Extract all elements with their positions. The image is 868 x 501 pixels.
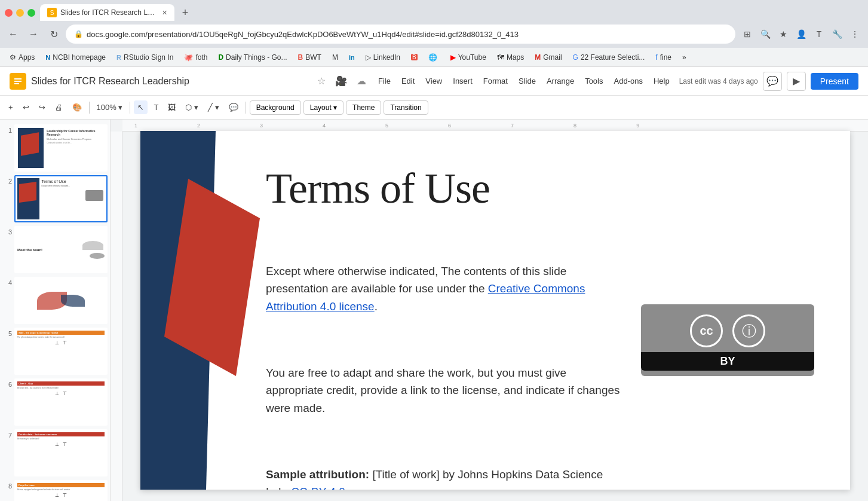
slide-title: Terms of Use <box>266 164 490 213</box>
present-button[interactable]: Present <box>811 73 858 90</box>
slide-num-6: 6 <box>2 378 12 388</box>
profile-icon[interactable]: 👤 <box>793 26 809 42</box>
slide-thumb-7[interactable]: 7 Get the data... but some concerns Be h… <box>2 429 108 476</box>
bookmark-b2[interactable]: B <box>406 52 422 62</box>
slide-thumbnail-3[interactable]: Meet the team! <box>14 226 108 273</box>
daily-icon: D <box>218 53 223 62</box>
slide-thumbnail-5[interactable]: Safe - the super Leadership Toolkit The … <box>14 328 108 375</box>
slide-thumbnail-2[interactable]: Terms of Use Except where otherwise indi… <box>14 175 108 222</box>
active-tab[interactable]: S Slides for ITCR Research Lead... ✕ <box>40 4 174 21</box>
menu-file[interactable]: File <box>373 74 395 88</box>
slide-thumbnail-6[interactable]: Char it - Guy Be brave and... but could … <box>14 378 108 426</box>
minimize-button[interactable] <box>16 9 24 17</box>
menu-icon[interactable]: ⋮ <box>846 26 863 42</box>
slide-thumbnail-1[interactable]: Leadership for Cancer Informatics Resear… <box>14 124 108 172</box>
attribution-label: Sample attribution: <box>266 468 369 481</box>
text-tool[interactable]: T <box>150 100 162 114</box>
maximize-button[interactable] <box>27 9 35 17</box>
topeka-icon[interactable]: T <box>811 26 827 42</box>
theme-button[interactable]: Theme <box>346 100 381 115</box>
extensions-icon[interactable]: ⊞ <box>739 26 756 42</box>
svg-rect-1 <box>14 78 22 80</box>
slide-body-para2: You are free to adapt and share the work… <box>266 364 623 417</box>
toolbar: + ↩ ↪ 🖨 🎨 100% ▾ ↖ T 🖼 ⬡ ▾ ╱ ▾ 💬 Backgro… <box>0 96 868 120</box>
star-icon[interactable]: ☆ <box>317 75 326 87</box>
bookmark-m[interactable]: M <box>327 51 343 63</box>
slide-num-3: 3 <box>2 226 12 236</box>
menu-tools[interactable]: Tools <box>580 74 608 88</box>
undo-button[interactable]: ↩ <box>19 100 33 114</box>
add-slide-button[interactable]: + <box>5 100 17 114</box>
bookmark-ncbi[interactable]: N NCBI homepage <box>41 51 111 63</box>
menu-addons[interactable]: Add-ons <box>609 74 647 88</box>
bookmark-daily[interactable]: D Daily Things - Go... <box>213 51 292 63</box>
menu-format[interactable]: Format <box>479 74 513 88</box>
bookmark-icon[interactable]: ★ <box>775 26 792 42</box>
slide-thumb-2[interactable]: 2 Terms of Use Except where otherwise in… <box>2 175 108 222</box>
background-button[interactable]: Background <box>250 100 301 115</box>
paint-format-button[interactable]: 🎨 <box>69 100 85 114</box>
address-actions: ⊞ 🔍 ★ 👤 T 🔧 ⋮ <box>739 26 863 42</box>
more-bookmarks[interactable]: » <box>677 51 691 63</box>
bookmark-app[interactable]: ▷ LinkedIn <box>361 51 405 63</box>
app-header: Slides for ITCR Research Leadership ☆ 🎥 … <box>0 67 868 96</box>
forward-button[interactable]: → <box>25 26 42 42</box>
slide-thumb-6[interactable]: 6 Char it - Guy Be brave and... but coul… <box>2 378 108 426</box>
slide-thumb-5[interactable]: 5 Safe - the super Leadership Toolkit Th… <box>2 328 108 375</box>
menu-edit[interactable]: Edit <box>397 74 419 88</box>
bookmark-youtube[interactable]: ▶ YouTube <box>446 51 491 63</box>
separator2 <box>130 102 130 114</box>
bookmark-fine[interactable]: f fine <box>651 51 676 63</box>
tab-close-icon[interactable]: ✕ <box>162 9 167 17</box>
shape-tool[interactable]: ⬡ ▾ <box>182 100 202 114</box>
menu-slide[interactable]: Slide <box>514 74 541 88</box>
cloud-icon[interactable]: ☁ <box>357 75 366 87</box>
zoom-icon[interactable]: 🔍 <box>757 26 774 42</box>
menu-insert[interactable]: Insert <box>448 74 477 88</box>
image-tool[interactable]: 🖼 <box>164 100 179 114</box>
slide-thumbnail-7[interactable]: Get the data... but some concerns Be has… <box>14 429 108 476</box>
window-controls <box>5 9 35 17</box>
comment-icon[interactable]: 💬 <box>763 72 782 91</box>
comment-tool[interactable]: 💬 <box>225 100 242 114</box>
thumb-content-6: Char it - Guy Be brave and... but could … <box>16 380 106 424</box>
bookmark-22feature[interactable]: G 22 Feature Selecti... <box>568 51 650 63</box>
slide-thumb-4[interactable]: 4 <box>2 277 108 324</box>
slide-thumb-1[interactable]: 1 Leadership for Cancer Informatics Rese… <box>2 124 108 172</box>
print-button[interactable]: 🖨 <box>51 100 66 114</box>
cc-link-2[interactable]: CC-BY 4.0 <box>291 485 345 490</box>
thumb-content-8: Prep the team Be has, equipped and suppo… <box>16 481 106 501</box>
menu-arrange[interactable]: Arrange <box>542 74 579 88</box>
reload-button[interactable]: ↻ <box>45 26 62 42</box>
slide-thumb-8[interactable]: 8 Prep the team Be has, equipped and sup… <box>2 480 108 501</box>
camera-icon[interactable]: 🎥 <box>335 75 347 87</box>
menu-help[interactable]: Help <box>649 74 674 88</box>
close-button[interactable] <box>5 9 13 17</box>
redo-button[interactable]: ↪ <box>35 100 49 114</box>
bookmark-maps[interactable]: 🗺 Maps <box>492 51 529 63</box>
github-icon: 🐙 <box>184 53 193 62</box>
slide-num-7: 7 <box>2 429 12 439</box>
bookmark-linkedin[interactable]: in <box>344 52 360 63</box>
slide-thumb-3[interactable]: 3 Meet the team! <box>2 226 108 273</box>
bookmark-rstudio[interactable]: R RStudio Sign In <box>112 51 178 63</box>
slide-thumbnail-4[interactable] <box>14 277 108 324</box>
bookmark-wei[interactable]: 🌐 <box>424 51 444 63</box>
transition-button[interactable]: Transition <box>384 100 428 115</box>
cursor-tool[interactable]: ↖ <box>134 100 148 114</box>
slideshow-icon[interactable]: ▶ <box>787 72 806 91</box>
url-bar[interactable]: 🔒 docs.google.com/presentation/d/1OU5qeR… <box>66 25 735 44</box>
slide-thumbnail-8[interactable]: Prep the team Be has, equipped and suppo… <box>14 480 108 501</box>
new-tab-button[interactable]: + <box>177 4 194 21</box>
line-tool[interactable]: ╱ ▾ <box>204 100 223 114</box>
bookmark-bwt[interactable]: B BWT <box>293 51 326 63</box>
menu-view[interactable]: View <box>421 74 447 88</box>
zoom-button[interactable]: 100% ▾ <box>93 100 127 114</box>
layout-button[interactable]: Layout ▾ <box>303 100 343 115</box>
cc-badge: cc ⓘ BY <box>641 304 814 376</box>
bookmark-apps[interactable]: ⚙ Apps <box>5 51 39 63</box>
back-button[interactable]: ← <box>5 26 22 42</box>
bookmark-foth[interactable]: 🐙 foth <box>179 51 212 63</box>
bookmark-gmail[interactable]: M Gmail <box>530 51 566 63</box>
extensions2-icon[interactable]: 🔧 <box>829 26 845 42</box>
